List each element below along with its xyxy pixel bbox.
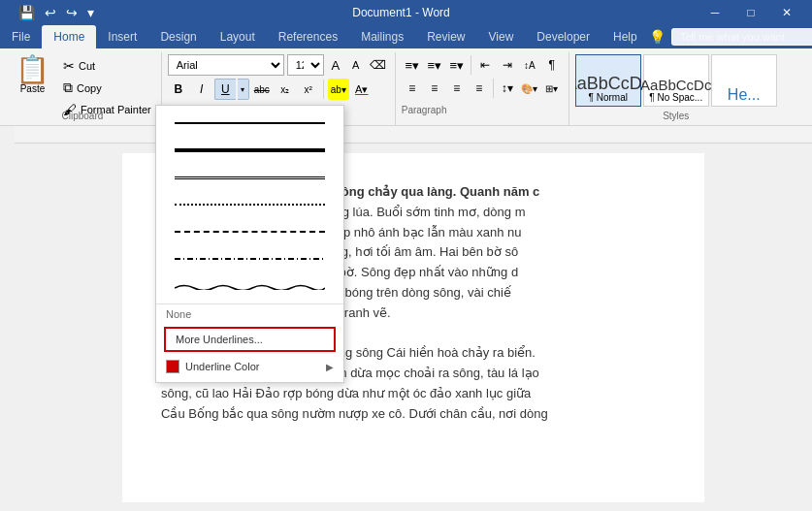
maximize-button[interactable]: □ [733,0,768,25]
show-formatting-button[interactable]: ¶ [541,54,563,76]
tab-layout[interactable]: Layout [209,25,267,48]
text-highlight-button[interactable]: ab▾ [328,79,349,100]
underline-dropdown-menu: None More Underlines... Underline Color … [155,105,344,383]
underline-dropdown-button[interactable]: ▾ [238,79,249,100]
font-family-select[interactable]: Arial [168,54,284,76]
paragraph-group: ≡▾ ≡▾ ≡▾ ⇤ ⇥ ↕A ¶ ≡ ≡ ≡ ≡ ↕▾ 🎨▾ ⊞▾ Parag… [396,52,569,125]
undo-button[interactable]: ↩ [42,4,59,21]
copy-label: Copy [77,82,102,94]
align-right-button[interactable]: ≡ [446,78,468,99]
dash-dot-visual [175,258,325,260]
bullets-button[interactable]: ≡▾ [402,54,423,76]
sidebar-left [0,126,15,511]
align-left-button[interactable]: ≡ [402,78,423,99]
document-area: ê nội của em đẹp bởi có con sông chảy qu… [0,126,812,511]
underline-button[interactable]: U [214,79,236,100]
dotted-line-visual [175,204,325,206]
qat-dropdown[interactable]: ▾ [84,4,97,21]
paragraph-row1: ≡▾ ≡▾ ≡▾ ⇤ ⇥ ↕A ¶ [402,54,563,76]
dashed-line-visual [175,231,325,233]
tab-mailings[interactable]: Mailings [349,25,415,48]
tab-design[interactable]: Design [148,25,208,48]
save-button[interactable]: 💾 [16,4,38,21]
font-size-select[interactable]: 12 [287,54,324,76]
tab-file[interactable]: File [0,25,42,48]
style-nospace-label: ¶ No Spac... [649,92,702,103]
tab-help[interactable]: Help [601,25,649,48]
tell-me-input[interactable] [671,28,812,46]
subscript-button[interactable]: x₂ [275,79,296,100]
underline-color-swatch [166,360,179,373]
divider2 [471,55,471,75]
strikethrough-button[interactable]: abc [251,79,273,100]
bold-button[interactable]: B [168,79,189,100]
cut-button[interactable]: ✂ Cut [59,56,155,76]
style-normal-preview: AaBbCcDc [575,75,651,92]
tab-view[interactable]: View [477,25,526,48]
close-button[interactable]: ✕ [769,0,804,25]
styles-group: AaBbCcDc ¶ Normal AaBbCcDc ¶ No Spac... … [569,52,783,125]
justify-button[interactable]: ≡ [469,78,490,99]
numbering-button[interactable]: ≡▾ [424,54,445,76]
dashed-line [175,226,325,238]
solid-line-visual [175,122,325,124]
font-row2: B I U ▾ abc x₂ x² ab▾ A▾ [168,79,389,100]
increase-indent-button[interactable]: ⇥ [497,54,518,76]
style-heading1[interactable]: He... [711,54,777,107]
para10: sông, cũ lao Hải Đảo rợp bóng dừa như mộ… [161,384,666,404]
solid-line [175,117,325,129]
clear-formatting-button[interactable]: ⌫ [368,54,389,76]
tab-insert[interactable]: Insert [96,25,148,48]
style-no-spacing[interactable]: AaBbCcDc ¶ No Spac... [643,54,709,107]
divider [323,80,324,99]
shrink-font-button[interactable]: A [347,55,365,75]
none-section: None [156,303,343,324]
decrease-indent-button[interactable]: ⇤ [474,54,496,76]
clipboard-label: Clipboard [4,109,161,123]
tab-review[interactable]: Review [415,25,476,48]
underline-dashed[interactable] [156,218,343,245]
dash-dot-line [175,253,325,265]
paste-button[interactable]: 📋 Paste [8,52,57,98]
multilevel-button[interactable]: ≡▾ [446,54,468,76]
cut-icon: ✂ [63,58,75,74]
chevron-right-icon: ▶ [326,362,334,372]
underline-thick[interactable] [156,137,343,164]
copy-button[interactable]: ⧉ Copy [59,78,155,98]
window-controls: ─ □ ✕ [698,0,804,25]
thick-line [175,144,325,156]
double-line [175,172,325,183]
font-color-button[interactable]: A▾ [351,79,373,100]
style-normal[interactable]: AaBbCcDc ¶ Normal [575,54,641,107]
underline-dash-dot[interactable] [156,245,343,272]
grow-font-button[interactable]: A [327,55,344,75]
tab-home[interactable]: Home [42,25,96,48]
underline-double[interactable] [156,164,343,191]
paragraph-controls: ≡▾ ≡▾ ≡▾ ⇤ ⇥ ↕A ¶ ≡ ≡ ≡ ≡ ↕▾ 🎨▾ ⊞▾ [402,54,563,99]
shading-button[interactable]: 🎨▾ [519,78,540,99]
divider3 [493,79,494,98]
underline-color-button[interactable]: Underline Color ▶ [156,355,343,378]
align-center-button[interactable]: ≡ [424,78,445,99]
document-container: ê nội của em đẹp bởi có con sông chảy qu… [15,126,812,511]
style-normal-label: ¶ Normal [589,92,628,103]
italic-button[interactable]: I [191,79,212,100]
underline-solid[interactable] [156,110,343,137]
borders-button[interactable]: ⊞▾ [541,78,563,99]
font-controls: Arial 12 A A ⌫ B I U ▾ abc x₂ x² [168,54,389,100]
styles-label: Styles [663,109,689,123]
superscript-button[interactable]: x² [298,79,319,100]
tab-references[interactable]: References [267,25,349,48]
underline-wave[interactable] [156,272,343,300]
toolbar: 📋 Paste ✂ Cut ⧉ Copy 🖌 Format Painter Cl… [0,48,812,126]
more-underlines-button[interactable]: More Underlines... [164,327,336,352]
sort-button[interactable]: ↕A [519,54,540,76]
line-spacing-button[interactable]: ↕▾ [497,78,518,99]
redo-button[interactable]: ↪ [63,4,81,21]
more-underlines-label: More Underlines... [176,334,263,345]
tab-developer[interactable]: Developer [525,25,601,48]
double-line-visual [175,176,325,179]
minimize-button[interactable]: ─ [698,0,732,25]
underline-dotted[interactable] [156,191,343,218]
eraser-icon: ⌫ [370,58,386,72]
